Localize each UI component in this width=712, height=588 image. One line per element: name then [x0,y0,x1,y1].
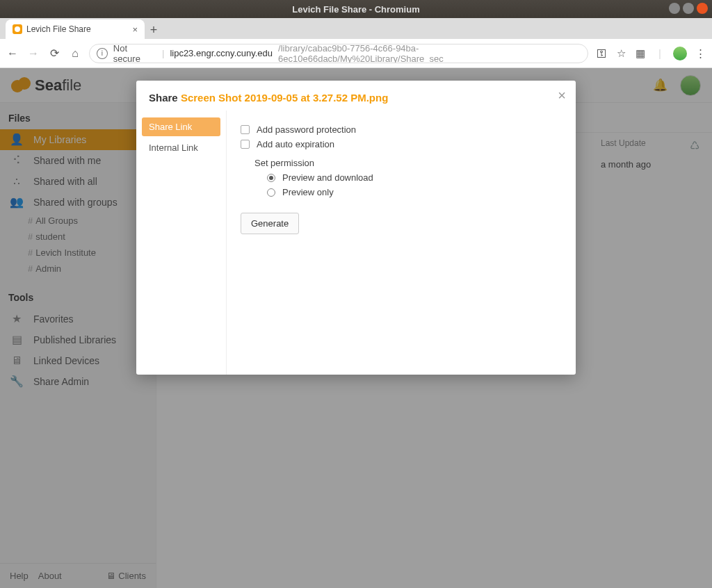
modal-body: Share Link Internal Link Add password pr… [136,111,576,375]
browser-tab[interactable]: Levich File Share × [6,19,145,39]
ext-divider: | [654,47,666,60]
password-protection-label: Add password protection [257,124,356,135]
tab-internal-link[interactable]: Internal Link [142,138,220,157]
radio-icon[interactable] [267,174,275,182]
url-path: /library/cabac9b0-7756-4c66-94ba-6ec10e6… [278,44,581,63]
os-titlebar: Levich File Share - Chromium [0,0,712,18]
window-minimize-icon[interactable] [669,3,680,14]
window-close-icon[interactable] [697,3,708,14]
url-host: lipc23.engr.ccny.cuny.edu [170,48,273,58]
auto-expiration-row[interactable]: Add auto expiration [241,139,562,149]
tab-strip: Levich File Share × + [0,18,712,39]
reload-button[interactable]: ⟳ [47,47,61,60]
address-bar[interactable]: i Not secure | lipc23.engr.ccny.cuny.edu… [89,44,588,63]
radio-icon[interactable] [267,188,275,197]
auto-expiration-label: Add auto expiration [257,139,334,149]
modal-pane: Add password protection Add auto expirat… [227,111,576,375]
browser-chrome: Levich File Share × + ← → ⟳ ⌂ i Not secu… [0,18,712,68]
new-tab-button[interactable]: + [145,21,163,39]
generate-button[interactable]: Generate [241,213,299,234]
favicon-icon [13,24,22,34]
modal-title-prefix: Share [149,92,178,104]
preview-download-label: Preview and download [282,172,373,183]
preview-only-option[interactable]: Preview only [267,187,562,197]
tab-close-icon[interactable]: × [132,24,138,35]
browser-toolbar: ← → ⟳ ⌂ i Not secure | lipc23.engr.ccny.… [0,39,712,68]
forward-button[interactable]: → [26,47,40,60]
modal-overlay[interactable]: Share Screen Shot 2019-09-05 at 3.27.52 … [0,68,712,588]
app: Seafile 🔔 Files 👤 My Libraries ⠪ Shared … [0,68,712,588]
password-key-icon[interactable]: ⚿ [595,47,608,60]
modal-header: Share Screen Shot 2019-09-05 at 3.27.52 … [136,81,576,111]
home-button[interactable]: ⌂ [68,47,82,60]
site-info-icon[interactable]: i [97,48,108,59]
preview-only-label: Preview only [282,187,334,197]
checkbox-icon[interactable] [241,140,250,149]
set-permission-label: Set permission [254,158,562,168]
browser-menu-icon[interactable]: ⋮ [694,47,706,60]
not-secure-label: Not secure [113,44,156,63]
os-window-title: Levich File Share - Chromium [292,4,420,15]
share-modal: Share Screen Shot 2019-09-05 at 3.27.52 … [136,81,576,375]
modal-title-filename: Screen Shot 2019-09-05 at 3.27.52 PM.png [181,92,388,104]
extension-icon[interactable]: ▦ [634,47,647,60]
url-divider: | [162,48,164,58]
tab-share-link[interactable]: Share Link [142,117,220,136]
window-maximize-icon[interactable] [683,3,694,14]
tab-title: Levich File Share [26,24,91,34]
password-protection-row[interactable]: Add password protection [241,124,562,135]
checkbox-icon[interactable] [241,125,250,134]
modal-close-icon[interactable]: × [558,88,566,104]
back-button[interactable]: ← [6,47,19,60]
modal-tabs: Share Link Internal Link [136,111,227,375]
preview-download-option[interactable]: Preview and download [267,172,562,183]
profile-avatar-icon[interactable] [673,47,687,60]
bookmark-star-icon[interactable]: ☆ [615,47,627,60]
